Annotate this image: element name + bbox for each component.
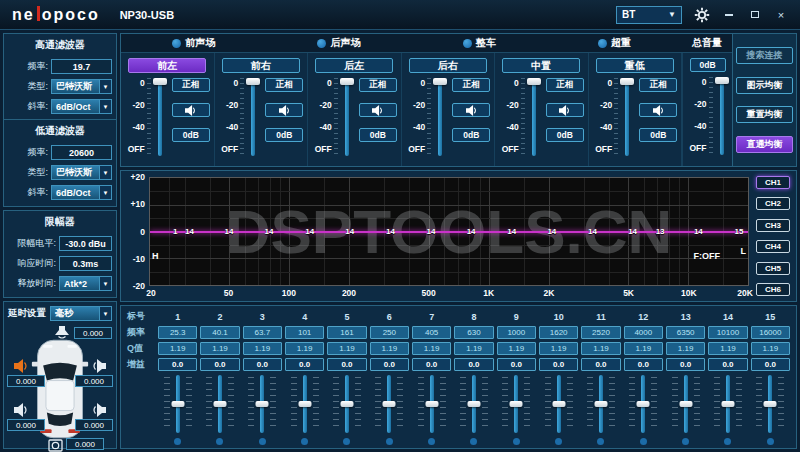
channel-fader[interactable] xyxy=(153,78,167,158)
soundfield-radio-前声场[interactable]: 前声场 xyxy=(172,36,215,50)
band-gain-slider[interactable] xyxy=(586,375,616,433)
eq-channel-button-CH2[interactable]: CH2 xyxy=(756,197,790,210)
band-gain-value[interactable]: 0.0 xyxy=(497,358,536,371)
band-q-value[interactable]: 1.19 xyxy=(412,342,451,355)
channel-fader[interactable] xyxy=(620,78,634,158)
band-gain-slider[interactable] xyxy=(501,375,531,433)
minimize-button[interactable] xyxy=(722,9,736,21)
fader-handle[interactable] xyxy=(340,78,354,85)
slider-handle[interactable] xyxy=(721,401,734,407)
mute-button[interactable] xyxy=(359,103,397,117)
band-gain-slider[interactable] xyxy=(205,375,235,433)
slider-handle[interactable] xyxy=(340,401,353,407)
rear-right-speaker-icon[interactable] xyxy=(91,403,107,417)
connection-select[interactable]: BT ▼ xyxy=(616,6,682,24)
limiter-attack-input[interactable]: 0.3ms xyxy=(59,256,112,271)
slider-handle[interactable] xyxy=(594,401,607,407)
eq-band-marker[interactable]: 14 xyxy=(694,227,703,236)
band-gain-value[interactable]: 0.0 xyxy=(581,358,620,371)
band-q-value[interactable]: 1.19 xyxy=(497,342,536,355)
band-gain-slider[interactable] xyxy=(628,375,658,433)
eq-band-marker[interactable]: 14 xyxy=(507,227,516,236)
band-q-value[interactable]: 1.19 xyxy=(454,342,493,355)
eq-band-marker[interactable]: 14 xyxy=(588,227,597,236)
band-freq-value[interactable]: 630 xyxy=(454,326,493,339)
soundfield-radio-整车[interactable]: 整车 xyxy=(463,36,496,50)
band-gain-value[interactable]: 0.0 xyxy=(751,358,790,371)
slider-handle[interactable] xyxy=(171,401,184,407)
eq-channel-button-CH3[interactable]: CH3 xyxy=(756,219,790,232)
lpf-type-select[interactable]: 巴特沃斯 ▼ xyxy=(51,165,112,180)
limiter-release-select[interactable]: Atk*2 ▼ xyxy=(59,276,112,291)
delay-value-front-center[interactable]: 0.000 xyxy=(74,327,112,339)
phase-button[interactable]: 正相 xyxy=(172,78,210,92)
band-q-value[interactable]: 1.19 xyxy=(666,342,705,355)
band-q-value[interactable]: 1.19 xyxy=(708,342,747,355)
delay-value-rear-left[interactable]: 0.000 xyxy=(7,419,45,431)
mute-button[interactable] xyxy=(452,103,490,117)
phase-button[interactable]: 正相 xyxy=(546,78,584,92)
eq-channel-button-CH4[interactable]: CH4 xyxy=(756,240,790,253)
delay-unit-select[interactable]: 毫秒 ▼ xyxy=(50,306,112,321)
fader-handle[interactable] xyxy=(620,78,634,85)
slider-handle[interactable] xyxy=(637,401,650,407)
eq-band-marker[interactable]: 14 xyxy=(305,227,314,236)
channel-fader[interactable] xyxy=(340,78,354,158)
eq-band-marker[interactable]: 14 xyxy=(345,227,354,236)
band-gain-value[interactable]: 0.0 xyxy=(539,358,578,371)
gain-button[interactable]: 0dB xyxy=(359,128,397,142)
slider-handle[interactable] xyxy=(213,401,226,407)
band-freq-value[interactable]: 101 xyxy=(285,326,324,339)
band-gain-slider[interactable] xyxy=(332,375,362,433)
front-right-speaker-icon[interactable] xyxy=(91,359,107,373)
hpf-type-select[interactable]: 巴特沃斯 ▼ xyxy=(51,79,112,94)
fader-handle[interactable] xyxy=(246,78,260,85)
band-freq-value[interactable]: 161 xyxy=(327,326,366,339)
eq-band-marker[interactable]: 14 xyxy=(427,227,436,236)
eq-band-marker[interactable]: 15 xyxy=(735,227,744,236)
eq-band-marker[interactable]: 14 xyxy=(265,227,274,236)
band-gain-slider[interactable] xyxy=(247,375,277,433)
rear-left-speaker-icon[interactable] xyxy=(13,403,29,417)
front-left-speaker-icon[interactable] xyxy=(13,359,29,373)
band-q-value[interactable]: 1.19 xyxy=(200,342,239,355)
band-gain-slider[interactable] xyxy=(713,375,743,433)
hpf-edge-marker[interactable]: H xyxy=(152,251,159,261)
band-gain-slider[interactable] xyxy=(671,375,701,433)
band-q-value[interactable]: 1.19 xyxy=(327,342,366,355)
gear-icon[interactable] xyxy=(694,7,710,23)
eq-plot[interactable]: DSPTOOLS.CN H L F:OFF 114141414141414141… xyxy=(149,177,749,286)
master-gain-button[interactable]: 0dB xyxy=(690,58,726,72)
mute-button[interactable] xyxy=(546,103,584,117)
eq-band-marker[interactable]: 14 xyxy=(547,227,556,236)
eq-band-marker[interactable]: 13 xyxy=(656,227,665,236)
slider-handle[interactable] xyxy=(552,401,565,407)
eq-band-marker[interactable]: 14 xyxy=(628,227,637,236)
band-freq-value[interactable]: 4000 xyxy=(624,326,663,339)
band-freq-value[interactable]: 10100 xyxy=(708,326,747,339)
channel-fader[interactable] xyxy=(433,78,447,158)
gain-button[interactable]: 0dB xyxy=(452,128,490,142)
band-gain-value[interactable]: 0.0 xyxy=(708,358,747,371)
action-button-重置均衡[interactable]: 重置均衡 xyxy=(736,106,793,123)
channel-select-button[interactable]: 重低 xyxy=(596,58,674,73)
band-gain-slider[interactable] xyxy=(755,375,785,433)
band-q-value[interactable]: 1.19 xyxy=(243,342,282,355)
band-freq-value[interactable]: 1000 xyxy=(497,326,536,339)
band-freq-value[interactable]: 16000 xyxy=(751,326,790,339)
phase-button[interactable]: 正相 xyxy=(452,78,490,92)
band-gain-value[interactable]: 0.0 xyxy=(158,358,197,371)
phase-button[interactable]: 正相 xyxy=(265,78,303,92)
band-gain-value[interactable]: 0.0 xyxy=(285,358,324,371)
hpf-freq-input[interactable]: 19.7 xyxy=(51,59,112,74)
band-gain-value[interactable]: 0.0 xyxy=(200,358,239,371)
limiter-level-input[interactable]: -30.0 dBu xyxy=(59,236,112,251)
fader-handle[interactable] xyxy=(715,77,729,84)
band-gain-slider[interactable] xyxy=(544,375,574,433)
channel-select-button[interactable]: 后左 xyxy=(315,58,393,73)
mute-button[interactable] xyxy=(265,103,303,117)
band-gain-slider[interactable] xyxy=(290,375,320,433)
slider-handle[interactable] xyxy=(298,401,311,407)
soundfield-radio-超重[interactable]: 超重 xyxy=(598,36,631,50)
soundfield-radio-后声场[interactable]: 后声场 xyxy=(317,36,360,50)
